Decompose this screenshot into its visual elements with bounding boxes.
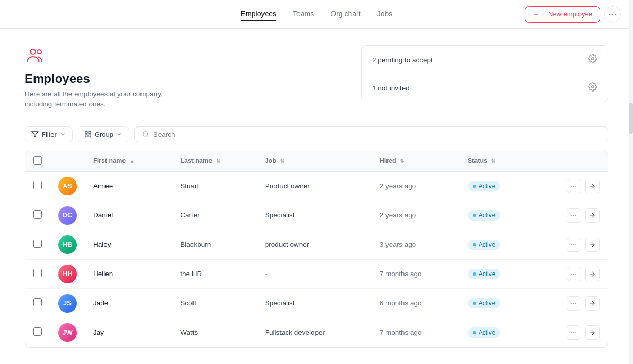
first-name-sort-icon: ▲	[130, 158, 135, 164]
svg-point-17	[575, 215, 576, 216]
arrow-right-icon	[589, 329, 596, 336]
table-row: JS Jade Scott Specialist 6 months ago Ac…	[25, 288, 608, 318]
row-status: Active	[460, 259, 534, 288]
row-more-button[interactable]	[567, 208, 581, 223]
row-checkbox[interactable]	[33, 210, 42, 219]
svg-point-23	[571, 274, 572, 275]
row-status: Active	[460, 288, 534, 318]
filter-label: Filter	[42, 131, 57, 138]
table-row: HB Haley Blackburn product owner 3 years…	[25, 230, 608, 259]
row-navigate-button[interactable]	[585, 296, 600, 311]
svg-point-28	[573, 303, 574, 304]
row-more-button[interactable]	[567, 238, 581, 252]
pending-alert-text: 2 pending to accept	[372, 56, 433, 64]
status-dot-icon	[473, 214, 476, 217]
first-name-header[interactable]: First name ▲	[85, 151, 172, 172]
avatar-header	[50, 151, 85, 172]
row-checkbox[interactable]	[33, 298, 42, 306]
row-navigate-button[interactable]	[585, 208, 600, 223]
svg-point-24	[573, 274, 574, 275]
last-name-header[interactable]: Last name ⇅	[172, 151, 256, 172]
nav-item-org-chart[interactable]: Org chart	[330, 8, 360, 21]
nav-item-jobs[interactable]: Jobs	[377, 8, 393, 21]
row-select-cell	[25, 318, 50, 347]
row-status: Active	[460, 230, 534, 259]
row-actions-cell	[534, 288, 608, 318]
search-bar	[134, 126, 608, 142]
row-hired: 2 years ago	[372, 201, 460, 230]
alerts-panel: 2 pending to accept 1 not invited	[361, 45, 608, 102]
row-checkbox[interactable]	[33, 327, 42, 336]
row-more-button[interactable]	[567, 267, 581, 281]
row-select-cell	[25, 259, 50, 288]
status-badge: Active	[468, 327, 501, 338]
row-select-cell	[25, 230, 50, 259]
row-more-button[interactable]	[567, 179, 581, 193]
job-header[interactable]: Job ⇅	[257, 151, 372, 172]
ellipsis-icon	[570, 183, 577, 190]
row-avatar-cell: JS	[50, 288, 85, 318]
row-select-cell	[25, 171, 50, 201]
row-navigate-button[interactable]	[585, 238, 600, 252]
svg-point-32	[573, 332, 574, 333]
row-navigate-button[interactable]	[585, 179, 600, 193]
row-navigate-button[interactable]	[585, 325, 600, 340]
hired-sort-icon: ⇅	[400, 158, 404, 164]
nav-item-teams[interactable]: Teams	[293, 8, 314, 21]
row-select-cell	[25, 288, 50, 318]
status-badge: Active	[468, 269, 501, 279]
search-icon	[142, 131, 149, 138]
status-dot-icon	[473, 331, 476, 334]
status-sort-icon: ⇅	[491, 158, 495, 164]
table-header-row: First name ▲ Last name ⇅ Job ⇅ Hired ⇅	[25, 151, 608, 172]
row-avatar-cell: JW	[50, 318, 85, 347]
row-checkbox[interactable]	[33, 181, 42, 189]
row-first-name: Aimee	[85, 171, 172, 201]
select-all-checkbox[interactable]	[33, 156, 42, 165]
row-last-name: Carter	[172, 201, 256, 230]
status-dot-icon	[473, 185, 476, 188]
row-navigate-button[interactable]	[585, 267, 600, 281]
row-checkbox[interactable]	[33, 269, 42, 277]
row-status: Active	[460, 171, 534, 201]
row-last-name: Blackburn	[172, 230, 256, 259]
nav-more-button[interactable]: ⋯	[604, 6, 621, 23]
row-avatar-cell: DC	[50, 201, 85, 230]
ellipsis-icon	[570, 329, 577, 336]
search-input[interactable]	[153, 131, 601, 138]
filter-icon	[31, 131, 39, 138]
header-section: Employees Here are all the employees at …	[25, 45, 608, 110]
svg-rect-5	[85, 132, 87, 134]
filter-button[interactable]: Filter	[25, 126, 73, 142]
nav-item-employees[interactable]: Employees	[241, 8, 276, 21]
pending-settings-button[interactable]	[588, 54, 597, 65]
row-select-cell	[25, 201, 50, 230]
nav-actions: ＋ + New employee ⋯	[525, 6, 621, 23]
status-badge: Active	[468, 298, 501, 308]
row-actions	[542, 296, 600, 311]
row-hired: 6 months ago	[372, 288, 460, 318]
hired-header[interactable]: Hired ⇅	[372, 151, 460, 172]
svg-point-20	[573, 244, 574, 245]
not-invited-settings-button[interactable]	[588, 82, 597, 94]
row-actions-cell	[534, 171, 608, 201]
row-actions	[542, 179, 600, 193]
group-button[interactable]: Group	[78, 126, 129, 142]
select-all-header	[25, 151, 50, 172]
row-job: product owner	[257, 230, 372, 259]
row-more-button[interactable]	[567, 325, 581, 340]
new-employee-button[interactable]: ＋ + New employee	[525, 6, 600, 23]
row-more-button[interactable]	[567, 296, 581, 311]
scrollbar-thumb[interactable]	[629, 103, 633, 134]
row-first-name: Hellen	[85, 259, 172, 288]
scrollbar[interactable]	[629, 0, 633, 364]
row-status: Active	[460, 201, 534, 230]
row-last-name: Stuart	[172, 171, 256, 201]
row-last-name: the HR	[172, 259, 256, 288]
top-navigation: Employees Teams Org chart Jobs ＋ + New e…	[0, 0, 633, 29]
status-header[interactable]: Status ⇅	[460, 151, 534, 172]
new-employee-label: + New employee	[542, 10, 592, 18]
group-label: Group	[95, 131, 113, 138]
row-actions-cell	[534, 318, 608, 347]
row-checkbox[interactable]	[33, 240, 42, 248]
